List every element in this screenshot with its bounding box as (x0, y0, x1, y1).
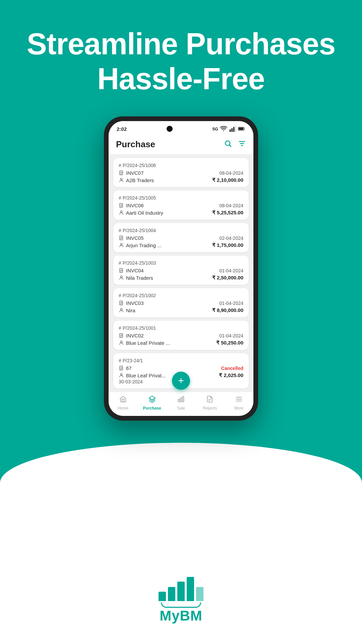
svg-rect-10 (120, 203, 123, 207)
hero-section: Streamline Purchases Hassle-Free (0, 0, 362, 110)
svg-rect-6 (239, 127, 243, 130)
card-invoice-1: INVC06 (119, 203, 144, 208)
nav-item-more[interactable]: More (227, 395, 251, 411)
header-action-icons (224, 140, 246, 150)
signal-icon (229, 125, 236, 132)
card-amount-2: ₹ 1,75,000.00 (212, 242, 243, 248)
nav-item-home[interactable]: Home (111, 395, 135, 411)
svg-point-17 (120, 308, 122, 310)
camera-notch (167, 126, 173, 132)
card-ref-5: # P/2024-25/1001 (119, 325, 243, 331)
person-icon (119, 340, 124, 345)
svg-rect-16 (120, 301, 123, 305)
card-invoice-5: INVC02 (119, 333, 144, 338)
cancelled-badge-6: Cancelled (221, 366, 243, 371)
card-party-1: Aarti Oil Industry (119, 210, 163, 216)
card-amount-5: ₹ 50,250.00 (216, 340, 243, 346)
svg-rect-18 (120, 333, 123, 337)
svg-point-9 (120, 178, 122, 180)
invoice-doc-icon (119, 268, 124, 273)
purchase-card-5[interactable]: # P/2024-25/1001 INVC02 01-04-2024 Blue … (113, 321, 249, 350)
card-date-3: 01-04-2024 (219, 268, 243, 273)
card-party-2: Arjun Trading ... (119, 243, 162, 248)
svg-rect-4 (235, 126, 236, 132)
invoice-doc-icon (119, 235, 124, 241)
svg-point-21 (120, 373, 122, 375)
status-icons: 5G (213, 125, 245, 132)
logo-text: MyBM (160, 608, 202, 624)
person-icon (119, 275, 124, 280)
logo-bar-1 (159, 592, 166, 601)
logo-area: MyBM (0, 577, 362, 624)
file-nav-icon (206, 395, 214, 405)
invoice-doc-icon (119, 203, 124, 208)
card-date-5: 01-04-2024 (219, 333, 243, 338)
logo-bar-2 (168, 587, 175, 601)
card-party-4: Nira (119, 308, 135, 313)
card-amount-6: ₹ 2,025.00 (219, 372, 243, 378)
battery-icon (238, 125, 245, 132)
purchase-card-4[interactable]: # P/2024-25/1002 INVC03 01-04-2024 Nira … (113, 288, 249, 317)
logo-bar-3 (177, 582, 185, 601)
person-icon (119, 243, 124, 248)
add-fab-button[interactable]: + (172, 372, 190, 390)
svg-rect-20 (120, 366, 123, 370)
nav-item-sale[interactable]: Sale (169, 395, 193, 411)
app-title: Purchase (116, 139, 155, 150)
card-invoice-4: INVC03 (119, 300, 144, 306)
card-invoice-0: INVC07 (119, 170, 144, 176)
card-party-5: Blue Leaf Private ... (119, 340, 170, 346)
svg-rect-23 (180, 397, 182, 402)
phone-frame: 2:02 5G (104, 116, 258, 421)
hero-line2: Hassle-Free (97, 62, 264, 96)
logo-bar-5 (196, 587, 203, 601)
card-date-1: 08-04-2024 (219, 203, 243, 208)
card-amount-4: ₹ 8,90,000.00 (212, 307, 243, 313)
person-icon (119, 210, 124, 215)
purchase-card-2[interactable]: # P/2024-25/1004 INVC05 02-04-2024 Arjun… (113, 223, 249, 252)
card-ref-0: # P/2024-25/1006 (119, 163, 243, 168)
card-ref-3: # P/2024-25/1003 (119, 260, 243, 266)
svg-rect-8 (120, 171, 123, 175)
card-ref-2: # P/2024-25/1004 (119, 228, 243, 233)
purchase-card-3[interactable]: # P/2024-25/1003 INVC04 01-04-2024 Nila … (113, 256, 249, 285)
logo-arc (161, 602, 201, 608)
filter-button[interactable] (238, 140, 246, 150)
svg-rect-22 (178, 399, 180, 402)
card-invoice-2: INVC05 (119, 235, 144, 241)
hero-line1: Streamline Purchases (27, 27, 335, 61)
nav-label-more: More (234, 406, 243, 411)
person-icon (119, 308, 124, 313)
logo-bars (159, 577, 203, 601)
app-header: Purchase (109, 135, 253, 155)
svg-point-19 (120, 341, 122, 342)
bottom-navigation: Home Purchase Sale Reports More (109, 392, 253, 416)
card-date-2: 02-04-2024 (219, 235, 243, 241)
nav-item-reports[interactable]: Reports (198, 395, 222, 411)
invoice-doc-icon (119, 366, 124, 371)
person-icon (119, 373, 124, 378)
svg-rect-12 (120, 236, 123, 240)
svg-rect-24 (183, 396, 184, 402)
svg-rect-3 (233, 127, 235, 132)
search-button[interactable] (224, 140, 232, 150)
nav-label-sale: Sale (177, 406, 185, 411)
purchase-card-0[interactable]: # P/2024-25/1006 INVC07 08-04-2024 A2B T… (113, 158, 249, 187)
card-invoice-6: 67 (119, 365, 132, 371)
card-ref-1: # P/2024-25/1005 (119, 195, 243, 201)
bar-chart-nav-icon (177, 395, 185, 405)
status-time: 2:02 (117, 126, 127, 132)
card-date-4: 01-04-2024 (219, 301, 243, 306)
purchase-card-1[interactable]: # P/2024-25/1005 INVC06 08-04-2024 Aarti… (113, 191, 249, 220)
home-nav-icon (119, 395, 127, 405)
card-ref-6: # P/23-24/1 (119, 358, 243, 363)
nav-item-purchase[interactable]: Purchase (140, 395, 164, 411)
svg-rect-2 (231, 128, 233, 132)
nav-label-home: Home (118, 406, 128, 411)
menu-nav-icon (235, 395, 243, 405)
wifi-icon (220, 125, 227, 132)
invoice-doc-icon (119, 170, 124, 176)
search-icon (224, 140, 232, 148)
svg-point-0 (223, 130, 224, 131)
layers-nav-icon (148, 395, 156, 405)
